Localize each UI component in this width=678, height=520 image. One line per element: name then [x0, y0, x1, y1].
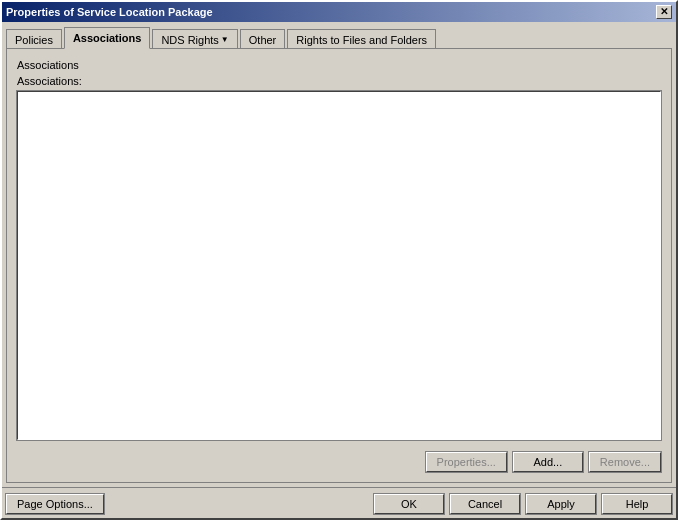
bottom-bar-left: Page Options...	[6, 494, 104, 514]
associations-listbox[interactable]	[17, 91, 661, 440]
close-button[interactable]: ✕	[656, 5, 672, 19]
ok-button[interactable]: OK	[374, 494, 444, 514]
tab-nds-rights[interactable]: NDS Rights ▼	[152, 29, 237, 49]
cancel-button[interactable]: Cancel	[450, 494, 520, 514]
tab-panel: Associations Associations: Properties...…	[6, 48, 672, 483]
apply-button[interactable]: Apply	[526, 494, 596, 514]
tab-policies[interactable]: Policies	[6, 29, 62, 49]
close-icon: ✕	[660, 7, 668, 17]
list-label: Associations:	[17, 75, 661, 87]
add-button[interactable]: Add...	[513, 452, 583, 472]
page-options-button[interactable]: Page Options...	[6, 494, 104, 514]
title-bar: Properties of Service Location Package ✕	[2, 2, 676, 22]
window-title: Properties of Service Location Package	[6, 6, 213, 18]
sub-tab-label: Associations	[17, 59, 661, 71]
tab-rights-files[interactable]: Rights to Files and Folders	[287, 29, 436, 49]
bottom-bar-right: OK Cancel Apply Help	[374, 494, 672, 514]
panel-buttons: Properties... Add... Remove...	[17, 452, 661, 472]
main-window: Properties of Service Location Package ✕…	[0, 0, 678, 520]
remove-button[interactable]: Remove...	[589, 452, 661, 472]
properties-button[interactable]: Properties...	[426, 452, 507, 472]
tabs-row: Policies Associations NDS Rights ▼ Other…	[6, 26, 672, 48]
dropdown-arrow-icon: ▼	[221, 35, 229, 44]
tab-other[interactable]: Other	[240, 29, 286, 49]
window-content: Policies Associations NDS Rights ▼ Other…	[2, 22, 676, 487]
bottom-bar: Page Options... OK Cancel Apply Help	[2, 487, 676, 518]
help-button[interactable]: Help	[602, 494, 672, 514]
tab-associations[interactable]: Associations	[64, 27, 150, 49]
